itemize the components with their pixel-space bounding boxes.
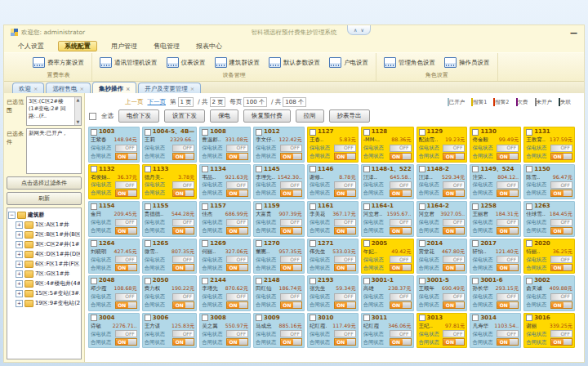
- power-protect-toggle[interactable]: OFF: [334, 256, 356, 263]
- switch-state-toggle[interactable]: ON: [390, 264, 412, 271]
- switch-state-toggle[interactable]: ON: [280, 338, 302, 346]
- meter-card[interactable]: 2193 张先生 59.34元 保电状态 OFF: [307, 275, 359, 311]
- power-protect-toggle[interactable]: OFF: [334, 330, 356, 337]
- switch-state-toggle[interactable]: ON: [443, 264, 465, 271]
- power-protect-toggle[interactable]: OFF: [550, 219, 572, 226]
- card-checkbox[interactable]: [472, 240, 479, 247]
- power-protect-toggle[interactable]: OFF: [550, 256, 572, 263]
- switch-state-toggle[interactable]: ON: [115, 264, 137, 271]
- card-checkbox[interactable]: [363, 129, 370, 136]
- meter-card[interactable]: 1258 王丽君 184.31元 保电状态 OFF: [470, 201, 521, 237]
- quick-access-toolbar[interactable]: ∧ ∨: [347, 25, 371, 35]
- switch-state-toggle[interactable]: ON: [172, 227, 194, 234]
- switch-state-toggle[interactable]: ON: [443, 227, 465, 234]
- power-protect-toggle[interactable]: OFF: [115, 293, 137, 301]
- tree-node[interactable]: + 6区:F区1#井(F区..: [8, 259, 80, 269]
- meter-card[interactable]: 3010 纪红霞. 117.49元 保电状态 OFF: [307, 313, 359, 349]
- comm-manager-settings-button[interactable]: 通讯管理机设置: [100, 57, 158, 68]
- switch-state-toggle[interactable]: ON: [280, 227, 302, 234]
- power-protect-toggle[interactable]: OFF: [172, 219, 194, 226]
- meter-card[interactable]: 1012 李文仔.. 122.42元 保电状态 OFF: [253, 127, 305, 163]
- power-protect-toggle[interactable]: OFF: [550, 293, 572, 301]
- power-protect-toggle[interactable]: OFF: [280, 256, 302, 263]
- tree-node[interactable]: + 19区:9#变电站(2..: [8, 298, 80, 308]
- switch-state-toggle[interactable]: ON: [172, 338, 194, 346]
- page-value-box[interactable]: 1 页: [178, 97, 194, 107]
- card-checkbox[interactable]: [310, 203, 316, 210]
- meter-card[interactable]: 1150 陈雪.. 96.47元 保电状态 OFF: [523, 164, 575, 200]
- switch-state-toggle[interactable]: ON: [334, 153, 356, 160]
- card-checkbox[interactable]: [363, 315, 370, 321]
- switch-state-toggle[interactable]: ON: [497, 301, 519, 309]
- power-protect-toggle[interactable]: OFF: [443, 256, 465, 263]
- card-checkbox[interactable]: [91, 240, 97, 247]
- switch-state-toggle[interactable]: ON: [443, 338, 465, 346]
- power-protect-toggle[interactable]: OFF: [226, 330, 248, 337]
- meter-card[interactable]: 2144 李瑾先 870.62元 保电状态 OFF: [199, 275, 251, 311]
- switch-state-toggle[interactable]: ON: [226, 338, 248, 346]
- close-icon[interactable]: ×: [190, 86, 194, 92]
- meter-card[interactable]: 3001-6 孙长华 293.15元 保电状态 OFF: [470, 275, 521, 311]
- meter-card[interactable]: 3013 王纪.. 97.81元 保电状态 OFF: [416, 313, 468, 349]
- tree-node[interactable]: + 4区:D区1#井(D区..: [8, 249, 80, 259]
- menu-user-management[interactable]: 用户管理: [109, 42, 140, 51]
- meter-card[interactable]: 3009 马成忠 885.16元 保电状态 OFF: [253, 313, 305, 349]
- minimize-button[interactable]: —: [570, 29, 577, 37]
- card-checkbox[interactable]: [202, 278, 208, 284]
- meter-card[interactable]: 2050 费力权 190.22元 保电状态 OFF: [142, 275, 197, 311]
- card-checkbox[interactable]: [310, 129, 316, 136]
- card-checkbox[interactable]: [256, 129, 262, 136]
- card-checkbox[interactable]: [256, 278, 262, 284]
- card-checkbox[interactable]: [472, 129, 479, 136]
- card-checkbox[interactable]: [363, 240, 370, 247]
- role-settings-button[interactable]: 管理角色设置: [384, 57, 435, 68]
- power-protect-toggle[interactable]: OFF: [497, 256, 519, 263]
- card-checkbox[interactable]: [256, 315, 262, 321]
- switch-state-toggle[interactable]: ON: [390, 190, 412, 197]
- power-protect-toggle[interactable]: OFF: [550, 181, 572, 189]
- select-all-checkbox[interactable]: [89, 113, 96, 120]
- meter-card[interactable]: 1131 王教育.. 137.59元 保电状态 OFF: [523, 127, 575, 163]
- card-checkbox[interactable]: [526, 278, 532, 284]
- building-group-settings-button[interactable]: 建筑群设置: [215, 57, 261, 68]
- switch-state-toggle[interactable]: ON: [497, 153, 519, 160]
- meter-card[interactable]: 1130 佟金毅 99.49元 保电状态 OFF: [470, 127, 521, 163]
- power-protect-toggle[interactable]: OFF: [497, 219, 519, 226]
- meter-card[interactable]: 1127 王春.. 5.83元 保电状态 OFF: [307, 127, 359, 163]
- meter-card[interactable]: 3004 诗敏 2276.71.. 保电状态 OFF: [88, 313, 140, 349]
- card-checkbox[interactable]: [363, 278, 370, 284]
- switch-state-toggle[interactable]: ON: [115, 153, 137, 160]
- selected-condition-listbox[interactable]: 新网关:已开户 ,: [26, 128, 82, 174]
- operator-settings-button[interactable]: 操作员设置: [444, 57, 490, 68]
- power-protect-toggle[interactable]: OFF: [390, 330, 412, 337]
- expand-icon[interactable]: +: [16, 251, 23, 258]
- power-protect-toggle[interactable]: OFF: [497, 293, 519, 301]
- switch-state-toggle[interactable]: ON: [226, 264, 248, 271]
- power-protect-toggle[interactable]: OFF: [390, 293, 412, 301]
- meter-card[interactable]: 3011 纪红霞 346.06元 保电状态 OFF: [361, 313, 414, 349]
- power-protect-toggle[interactable]: OFF: [226, 219, 248, 226]
- close-icon[interactable]: ×: [79, 86, 83, 92]
- switch-state-toggle[interactable]: ON: [226, 153, 248, 160]
- switch-state-toggle[interactable]: ON: [115, 227, 137, 234]
- card-checkbox[interactable]: [472, 166, 479, 172]
- ribbon-collapse-icon[interactable]: ∧: [354, 27, 357, 33]
- power-protect-toggle[interactable]: OFF: [280, 330, 302, 337]
- card-checkbox[interactable]: [419, 315, 425, 321]
- meter-card[interactable]: 1264 刘晓明 427.45元 保电状态 OFF: [88, 239, 140, 274]
- meter-card[interactable]: 2148 田红仙 186.74元 保电状态 OFF: [253, 275, 305, 311]
- power-protect-toggle[interactable]: OFF: [172, 293, 194, 301]
- card-checkbox[interactable]: [91, 315, 97, 321]
- menu-personal-settings[interactable]: 个人设置: [16, 42, 47, 51]
- card-checkbox[interactable]: [256, 240, 262, 247]
- tree-node[interactable]: + 15区:5#变站(3#..: [8, 288, 80, 298]
- menu-report-center[interactable]: 报表中心: [194, 42, 225, 51]
- card-checkbox[interactable]: [310, 315, 316, 321]
- switch-state-toggle[interactable]: ON: [334, 227, 356, 234]
- card-checkbox[interactable]: [526, 240, 532, 247]
- card-checkbox[interactable]: [145, 278, 151, 284]
- page-value-box[interactable]: 108 个: [283, 97, 306, 107]
- meter-card[interactable]: 3008 吴之翼 550.97元 保电状态 OFF: [199, 313, 251, 349]
- card-checkbox[interactable]: [419, 129, 425, 136]
- switch-state-toggle[interactable]: ON: [390, 301, 412, 309]
